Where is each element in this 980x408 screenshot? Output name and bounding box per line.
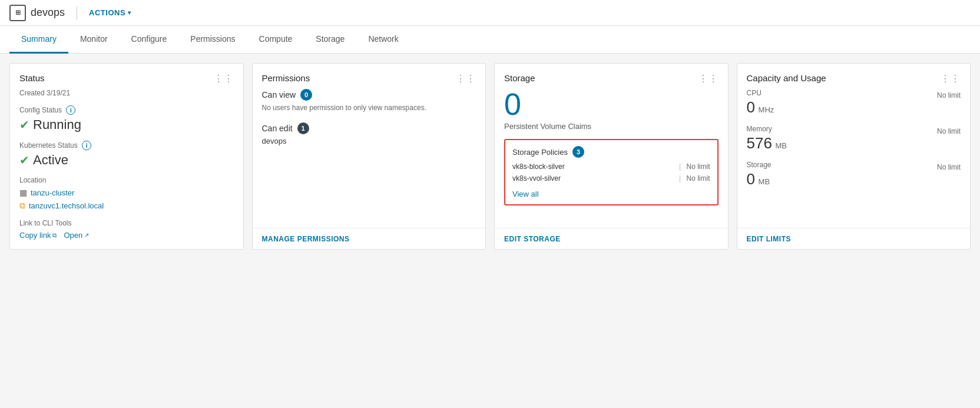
status-card-title: Status (19, 73, 45, 83)
tab-summary[interactable]: Summary (9, 26, 68, 54)
memory-row: Memory 576 MB No limit (747, 125, 961, 152)
policy1-name: vk8s-block-silver (512, 162, 565, 171)
policy2-row: vk8s-vvol-silver | No limit (512, 174, 710, 183)
copy-icon: ⧉ (52, 232, 57, 239)
cpu-value: 0 (747, 98, 755, 116)
can-edit-label: Can edit (262, 124, 293, 133)
cli-label: Link to CLI Tools (19, 219, 234, 227)
policy2-limit: No limit (686, 174, 710, 183)
memory-value-row: 576 MB (747, 134, 787, 152)
cluster-link[interactable]: tanzu-cluster (31, 188, 74, 197)
header-divider (77, 6, 77, 20)
app-name: devops (31, 6, 65, 19)
chevron-down-icon: ▾ (128, 9, 131, 16)
open-link[interactable]: Open ↗ (64, 231, 89, 240)
policy1-limit: No limit (686, 162, 710, 171)
config-status-section: Config Status i ✔ Running (19, 105, 234, 132)
status-card: Status ⋮⋮ Created 3/19/21 Config Status … (9, 63, 244, 250)
tab-permissions[interactable]: Permissions (178, 26, 247, 54)
location-label: Location (19, 176, 234, 184)
can-view-row: Can view 0 (262, 89, 476, 101)
storage-cap-unit: MB (759, 177, 770, 186)
cpu-limit: No limit (937, 91, 961, 99)
cpu-unit: MHz (759, 105, 774, 114)
policy1-row: vk8s-block-silver | No limit (512, 162, 710, 171)
can-edit-row: Can edit 1 (262, 122, 476, 134)
cpu-row: CPU 0 MHz No limit (747, 89, 961, 117)
can-edit-badge: 1 (297, 122, 309, 134)
can-view-desc: No users have permission to only view na… (262, 103, 476, 113)
memory-label: Memory (747, 125, 787, 133)
capacity-card-menu-icon[interactable]: ⋮⋮ (941, 73, 961, 84)
main-content: Status ⋮⋮ Created 3/19/21 Config Status … (0, 54, 980, 259)
storage-value-row: 0 MB (747, 170, 772, 188)
storage-cap-limit: No limit (937, 163, 961, 171)
can-view-label: Can view (262, 90, 296, 99)
cluster-icon: ▦ (19, 188, 27, 197)
tab-network[interactable]: Network (356, 26, 410, 54)
app-icon-box: ⊞ (9, 5, 26, 21)
storage-policies-title: Storage Policies (512, 148, 568, 157)
edit-storage-link[interactable]: EDIT STORAGE (504, 235, 561, 243)
policy1-separator: | (679, 162, 681, 171)
cluster-location-item: ▦ tanzu-cluster (19, 188, 234, 197)
permissions-card: Permissions ⋮⋮ Can view 0 No users have … (252, 63, 486, 250)
storage-card-title: Storage (504, 73, 535, 83)
can-edit-value: devops (262, 137, 476, 145)
running-check-icon: ✔ (19, 118, 29, 132)
storage-cap-label: Storage (747, 161, 772, 169)
view-all-link[interactable]: View all (512, 190, 539, 198)
capacity-card-footer: EDIT LIMITS (737, 228, 971, 249)
vc-location-item: ⧉ tanzuvc1.techsol.local (19, 201, 234, 211)
can-edit-section: Can edit 1 devops (262, 122, 476, 145)
actions-label: ACTIONS (89, 8, 125, 17)
cpu-label: CPU (747, 89, 774, 97)
cli-links: Copy link ⧉ Open ↗ (19, 231, 234, 240)
manage-permissions-link[interactable]: MANAGE PERMISSIONS (262, 235, 350, 243)
storage-policies-box: Storage Policies 3 vk8s-block-silver | N… (504, 139, 719, 205)
vc-icon: ⧉ (19, 201, 25, 211)
config-status-info-icon[interactable]: i (66, 105, 75, 115)
permissions-card-footer: MANAGE PERMISSIONS (253, 228, 486, 249)
status-created: Created 3/19/21 (19, 89, 234, 97)
kubernetes-status-value: ✔ Active (19, 152, 234, 168)
active-check-icon: ✔ (19, 153, 29, 167)
actions-button[interactable]: ACTIONS ▾ (89, 8, 131, 17)
kubernetes-status-section: Kubernetes Status i ✔ Active (19, 141, 234, 168)
tab-storage[interactable]: Storage (304, 26, 356, 54)
kubernetes-status-info-icon[interactable]: i (82, 141, 91, 150)
capacity-card-title: Capacity and Usage (747, 73, 826, 83)
capacity-card: Capacity and Usage ⋮⋮ CPU 0 MHz No limit… (737, 63, 971, 250)
edit-limits-link[interactable]: EDIT LIMITS (747, 235, 792, 243)
nav-tabs: Summary Monitor Configure Permissions Co… (0, 26, 980, 54)
config-status-value: ✔ Running (19, 117, 234, 132)
policy2-name: vk8s-vvol-silver (512, 174, 561, 183)
copy-link[interactable]: Copy link ⧉ (19, 231, 57, 240)
cpu-value-row: 0 MHz (747, 98, 774, 117)
top-bar: ⊞ devops ACTIONS ▾ (0, 0, 980, 26)
can-view-badge: 0 (300, 89, 312, 101)
config-status-label: Config Status i (19, 105, 234, 115)
vc-link[interactable]: tanzuvc1.techsol.local (29, 201, 104, 210)
status-card-menu-icon[interactable]: ⋮⋮ (214, 73, 234, 84)
can-view-section: Can view 0 No users have permission to o… (262, 89, 476, 113)
tab-monitor[interactable]: Monitor (68, 26, 120, 54)
permissions-card-title: Permissions (262, 73, 310, 83)
external-link-icon: ↗ (84, 232, 89, 238)
policy2-separator: | (679, 174, 681, 183)
storage-cap-value: 0 (747, 170, 755, 188)
kubernetes-status-label: Kubernetes Status i (19, 141, 234, 150)
pvc-count: 0 (504, 89, 719, 120)
pvc-label: Persistent Volume Claims (504, 122, 719, 131)
memory-limit: No limit (937, 127, 961, 135)
permissions-card-menu-icon[interactable]: ⋮⋮ (456, 73, 476, 84)
memory-unit: MB (776, 141, 787, 150)
storage-card-footer: EDIT STORAGE (495, 228, 728, 249)
tab-compute[interactable]: Compute (247, 26, 304, 54)
app-logo: ⊞ devops (9, 5, 65, 21)
storage-policies-badge: 3 (572, 146, 584, 158)
tab-configure[interactable]: Configure (120, 26, 179, 54)
storage-card-menu-icon[interactable]: ⋮⋮ (698, 73, 719, 84)
storage-cap-row: Storage 0 MB No limit (747, 161, 961, 188)
storage-policies-header: Storage Policies 3 (512, 146, 710, 158)
